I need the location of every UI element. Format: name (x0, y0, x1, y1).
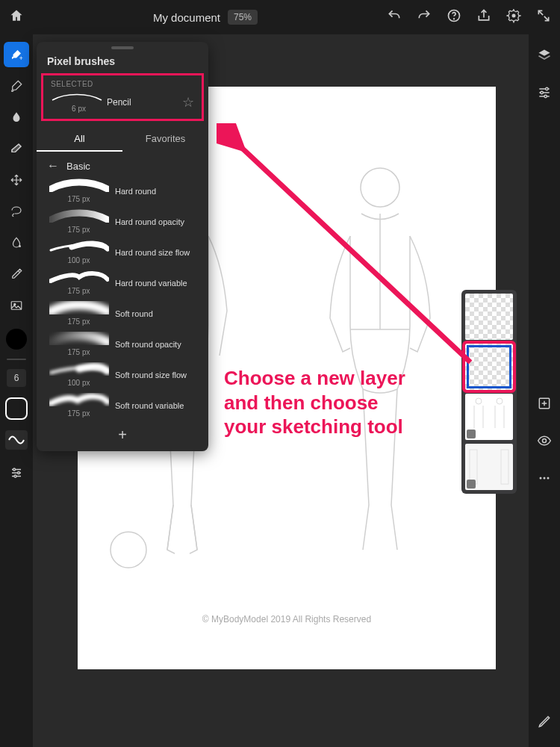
figure-back (309, 161, 451, 565)
svg-point-22 (540, 477, 542, 480)
brush-item[interactable]: 175 pxSoft round variable (37, 391, 208, 422)
help-icon[interactable] (447, 8, 461, 26)
selected-label: SELECTED (51, 80, 194, 88)
zoom-badge[interactable]: 75% (228, 10, 258, 25)
fullscreen-icon[interactable] (536, 8, 551, 26)
eraser-tool[interactable] (4, 136, 29, 161)
redo-icon[interactable] (417, 8, 432, 26)
document-title: My document (153, 11, 220, 24)
brush-item[interactable]: 175 pxHard round opacity (37, 208, 208, 238)
rail-divider (7, 359, 26, 360)
brush-preview: 175 px (47, 270, 111, 295)
brush-size: 100 px (47, 256, 111, 264)
gear-icon[interactable] (506, 8, 521, 26)
brush-preview: 175 px (47, 209, 111, 234)
annotation-text: Choose a new layer and then choose your … (224, 366, 405, 439)
brush-dynamics-chip[interactable] (5, 430, 28, 450)
layer-badge-icon (467, 430, 476, 438)
move-tool[interactable] (4, 167, 29, 193)
svg-point-11 (361, 168, 399, 207)
selected-brush-box[interactable]: SELECTED 6 px Pencil ☆ (41, 73, 204, 121)
layers-strip (461, 290, 517, 494)
brush-item[interactable]: 100 pxSoft round size flow (37, 361, 208, 391)
layers-icon[interactable] (537, 48, 552, 66)
svg-point-24 (547, 477, 550, 480)
panel-drag-handle[interactable] (111, 46, 134, 49)
add-brush-button[interactable]: + (37, 427, 208, 444)
fill-tool[interactable] (4, 230, 29, 255)
lasso-tool[interactable] (4, 199, 29, 224)
svg-point-12 (111, 532, 146, 568)
brush-size: 175 px (47, 195, 111, 203)
visibility-icon[interactable] (537, 433, 552, 451)
svg-point-4 (19, 245, 21, 247)
brush-item[interactable]: 175 pxSoft round opacity (37, 330, 208, 361)
svg-point-1 (454, 19, 455, 19)
brush-preview: 100 px (47, 362, 111, 387)
right-toolbar (529, 34, 560, 747)
brush-category-row[interactable]: ← Basic (37, 152, 208, 177)
brush-preview: 175 px (47, 301, 111, 326)
paint-tool[interactable] (4, 73, 29, 99)
svg-point-13 (476, 398, 482, 404)
brush-name: Hard round size flow (111, 248, 198, 257)
brush-name: Soft round opacity (111, 340, 198, 349)
selected-brush-size: 6 px (51, 105, 107, 113)
layer-badge-icon (467, 480, 476, 489)
svg-point-17 (546, 87, 548, 90)
brush-size: 175 px (47, 317, 111, 326)
more-icon[interactable] (537, 471, 552, 489)
brush-item[interactable]: 175 pxSoft round (37, 300, 208, 330)
svg-text:+: + (19, 55, 23, 62)
image-tool[interactable] (4, 293, 29, 318)
brush-size: 100 px (47, 379, 111, 387)
svg-point-18 (541, 91, 543, 93)
copyright-text: © MyBodyModel 2019 All Rights Reserved (78, 614, 496, 624)
brush-size-chip[interactable]: 6 (7, 369, 26, 387)
brush-item[interactable]: 175 pxHard round variable (37, 269, 208, 300)
brush-item[interactable]: 100 pxHard round size flow (37, 238, 208, 269)
brush-name: Hard round opacity (111, 217, 198, 226)
panel-title: Pixel brushes (37, 52, 208, 73)
favorite-star-icon[interactable]: ☆ (182, 94, 194, 111)
layer-thumb[interactable] (465, 394, 513, 440)
brush-category-name: Basic (66, 161, 90, 172)
brush-tabs: All Favorites (37, 127, 208, 152)
brush-name: Soft round size flow (111, 371, 198, 379)
brush-preview: 100 px (47, 240, 111, 264)
back-arrow-icon[interactable]: ← (47, 159, 59, 173)
brush-name: Hard round (111, 187, 198, 196)
home-icon[interactable] (9, 8, 24, 26)
layer-thumb[interactable] (465, 294, 513, 340)
layer-thumb-selected[interactable] (465, 344, 513, 390)
brush-preview: 175 px (47, 332, 111, 356)
foreground-color[interactable] (6, 329, 27, 350)
smudge-tool[interactable] (4, 105, 29, 130)
share-icon[interactable] (476, 8, 491, 26)
add-layer-icon[interactable] (537, 396, 552, 414)
svg-point-9 (14, 475, 16, 477)
properties-icon[interactable] (537, 85, 552, 103)
pencil-icon[interactable] (537, 714, 552, 732)
undo-icon[interactable] (387, 8, 402, 26)
brush-tool[interactable]: + (4, 42, 29, 67)
svg-point-8 (18, 472, 20, 474)
svg-point-2 (512, 14, 516, 18)
plus-icon: + (118, 427, 127, 443)
svg-point-21 (543, 439, 547, 443)
brush-size: 175 px (47, 409, 111, 418)
brush-shape-chip[interactable] (5, 397, 28, 420)
figure-head-circle (106, 527, 151, 572)
brush-item[interactable]: 175 pxHard round (37, 177, 208, 208)
eyedropper-tool[interactable] (4, 261, 29, 287)
brush-name: Hard round variable (111, 279, 198, 288)
tab-all[interactable]: All (37, 127, 122, 152)
svg-point-19 (544, 95, 547, 97)
sliders-icon[interactable] (4, 460, 29, 486)
left-toolbar: + 6 (0, 34, 33, 747)
brush-name: Soft round variable (111, 401, 198, 410)
brush-size: 175 px (47, 348, 111, 356)
layer-thumb[interactable] (465, 444, 513, 490)
tab-favorites[interactable]: Favorites (122, 127, 208, 152)
selected-brush-preview (51, 91, 103, 103)
